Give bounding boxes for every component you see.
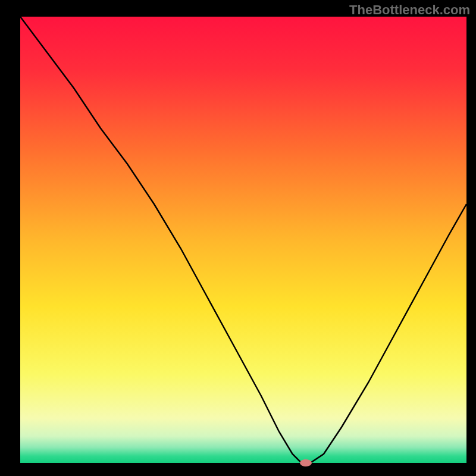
optimal-marker — [300, 459, 312, 466]
bottleneck-chart: TheBottleneck.com — [0, 0, 476, 476]
watermark-label: TheBottleneck.com — [349, 2, 470, 18]
plot-background — [20, 17, 466, 463]
chart-svg — [0, 0, 476, 476]
